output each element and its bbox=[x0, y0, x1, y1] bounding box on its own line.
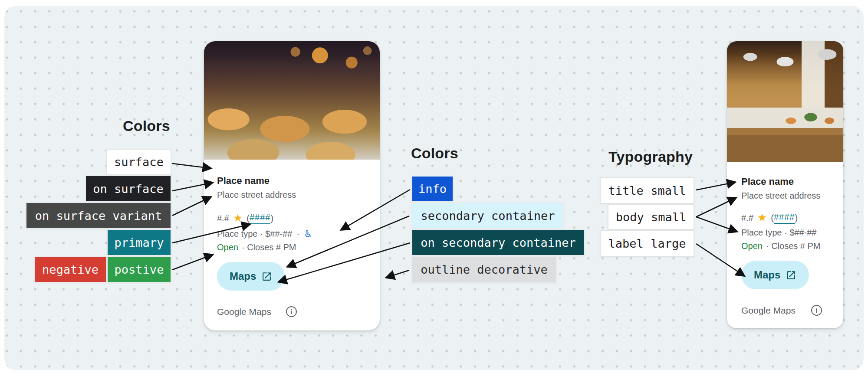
color-chip-outline-decorative: outline decorative bbox=[411, 256, 557, 283]
place-name: Place name bbox=[741, 176, 841, 187]
color-chip-negative: negative bbox=[34, 256, 107, 283]
rating-value: #.# bbox=[741, 212, 753, 223]
color-chip-on-surface: on surface bbox=[85, 175, 171, 202]
place-photo-cafe bbox=[727, 41, 843, 162]
star-icon: ★ bbox=[233, 213, 243, 223]
dot-separator: · bbox=[296, 228, 299, 239]
info-icon[interactable]: i bbox=[811, 305, 822, 316]
maps-button-label: Maps bbox=[230, 270, 256, 282]
hours-row: Open · Closes # PM bbox=[741, 240, 841, 252]
star-icon: ★ bbox=[757, 212, 767, 223]
color-chip-on-surface-variant: on surface variant bbox=[26, 202, 171, 229]
place-type-price: Place type · $##-## bbox=[217, 228, 292, 239]
type-chip-body-small: body small bbox=[608, 204, 694, 230]
place-type-price: Place type · $##-## bbox=[741, 227, 816, 238]
color-chip-primary: primary bbox=[107, 229, 171, 256]
attribution-row: Google Maps i bbox=[741, 305, 841, 316]
place-photo-bakery bbox=[204, 41, 380, 160]
paren-open: ( bbox=[771, 212, 774, 223]
accessible-icon: ♿ bbox=[304, 229, 313, 239]
attribution-text: Google Maps bbox=[741, 305, 796, 316]
rating-row: #.# ★ ( #### ) bbox=[741, 211, 841, 224]
place-card-cafe: Place name Place street address #.# ★ ( … bbox=[727, 41, 843, 328]
open-status: Open bbox=[217, 242, 238, 253]
place-name: Place name bbox=[217, 175, 367, 186]
type-price-row: Place type · $##-## bbox=[741, 227, 841, 238]
type-chip-title-small: title small bbox=[600, 177, 694, 204]
attribution-text: Google Maps bbox=[217, 307, 271, 317]
rating-value: #.# bbox=[217, 213, 229, 224]
colors-heading-middle: Colors bbox=[411, 145, 458, 162]
attribution-row: Google Maps i bbox=[217, 306, 367, 317]
closes-text: · Closes # PM bbox=[242, 242, 296, 253]
info-icon[interactable]: i bbox=[286, 306, 297, 317]
type-chip-label-large: label large bbox=[600, 230, 694, 257]
maps-button[interactable]: Maps bbox=[217, 262, 285, 291]
color-chip-on-secondary-container: on secondary container bbox=[411, 229, 585, 256]
closes-text: · Closes # PM bbox=[766, 240, 821, 252]
color-chip-info: info bbox=[411, 176, 454, 202]
maps-button-label: Maps bbox=[754, 269, 780, 281]
open-status: Open bbox=[741, 240, 763, 252]
open-in-new-icon bbox=[261, 271, 272, 282]
color-chip-postive: postive bbox=[107, 256, 171, 283]
rating-row: #.# ★ ( #### ) bbox=[217, 212, 367, 224]
paren-close: ) bbox=[270, 213, 273, 224]
open-in-new-icon bbox=[786, 270, 796, 281]
typography-heading: Typography bbox=[608, 148, 693, 165]
review-count-link[interactable]: #### bbox=[250, 212, 271, 224]
paren-close: ) bbox=[795, 212, 798, 223]
type-price-row: Place type · $##-## · ♿ bbox=[217, 228, 367, 239]
color-chip-surface: surface bbox=[106, 149, 171, 175]
colors-heading-left: Colors bbox=[123, 118, 170, 134]
color-chip-secondary-container: secondary container bbox=[411, 202, 564, 229]
review-count-link[interactable]: #### bbox=[774, 211, 795, 224]
design-spec-canvas: Colors Colors Typography surface on surf… bbox=[0, 0, 868, 373]
hours-row: Open · Closes # PM bbox=[217, 242, 367, 253]
maps-button[interactable]: Maps bbox=[741, 261, 809, 289]
place-card-bakery: Place name Place street address #.# ★ ( … bbox=[204, 41, 380, 330]
paren-open: ( bbox=[247, 213, 250, 224]
place-street-address: Place street address bbox=[741, 190, 841, 201]
place-street-address: Place street address bbox=[217, 190, 367, 200]
